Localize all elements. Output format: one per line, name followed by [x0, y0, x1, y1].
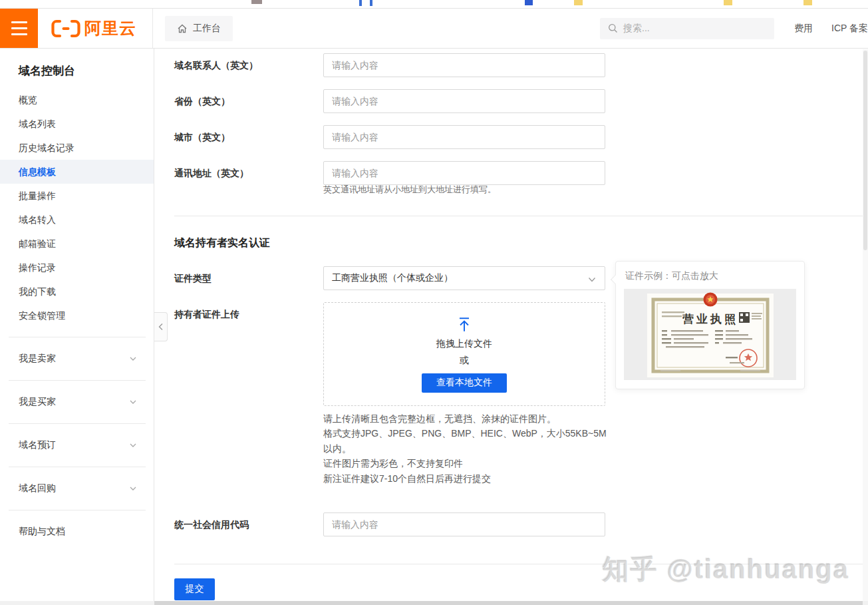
upload-notes: 请上传清晰且包含完整边框，无遮挡、涂抹的证件图片。 格式支持JPG、JPEG、P…	[323, 411, 609, 486]
chevron-left-icon	[158, 323, 164, 331]
upload-note-line: 证件图片需为彩色，不支持复印件	[323, 456, 609, 471]
sidebar-item-info-template[interactable]: 信息模板	[0, 160, 154, 184]
sidebar-item-my-downloads[interactable]: 我的下载	[0, 280, 154, 303]
sidebar-item-history[interactable]: 历史域名记录	[0, 136, 154, 160]
sidebar-group-label: 域名预订	[19, 439, 56, 451]
bookmark-favicon[interactable]	[251, 0, 262, 4]
content-area: 域名联系人（英文） 省份（英文） 城市（英文） 通讯地址（英文） 英文通讯地址请…	[154, 49, 868, 605]
sidebar-item-domain-list[interactable]: 域名列表	[0, 112, 154, 136]
submit-button[interactable]: 提交	[174, 578, 215, 600]
sidebar-group-domain-reserve[interactable]: 域名预订	[0, 433, 154, 457]
bookmark-favicon[interactable]	[525, 0, 533, 5]
billing-link[interactable]: 费用	[794, 23, 813, 35]
upload-or-text: 或	[460, 355, 469, 367]
search-input[interactable]: 搜索...	[600, 18, 774, 39]
console-header: 阿里云 工作台 搜索... 费用 ICP 备案	[0, 9, 868, 49]
chevron-down-icon	[587, 275, 597, 284]
field-label: 证件类型	[174, 266, 323, 290]
province-en-input[interactable]	[323, 89, 605, 113]
sidebar-group-seller[interactable]: 我是卖家	[0, 347, 154, 371]
sidebar-divider	[9, 380, 146, 381]
hamburger-menu-button[interactable]	[0, 9, 38, 49]
upload-note-line: 格式支持JPG、JPEG、PNG、BMP、HEIC、WebP，大小55KB~5M…	[323, 426, 609, 456]
sidebar-item-security-lock[interactable]: 安全锁管理	[0, 303, 154, 327]
bookmark-favicon[interactable]	[724, 0, 732, 5]
upload-note-line: 请上传清晰且包含完整边框，无遮挡、涂抹的证件图片。	[323, 411, 609, 426]
bookmark-favicon[interactable]	[574, 0, 583, 5]
workbench-label: 工作台	[193, 23, 221, 35]
sidebar-item-batch-ops[interactable]: 批量操作	[0, 184, 154, 208]
sidebar-group-label: 帮助与文档	[19, 526, 65, 538]
field-label: 省份（英文）	[174, 89, 323, 113]
upload-icon	[456, 316, 473, 333]
cert-example-popover: 证件示例：可点击放大 营业执照	[615, 261, 805, 389]
browse-local-files-button[interactable]: 查看本地文件	[422, 373, 507, 393]
contact-en-input[interactable]	[323, 53, 605, 77]
browser-bookmarks-strip	[0, 0, 868, 9]
form-row-contact-en: 域名联系人（英文）	[174, 53, 868, 77]
realname-section-title: 域名持有者实名认证	[174, 236, 868, 250]
chevron-down-icon	[128, 441, 138, 450]
form-row-city-en: 城市（英文）	[174, 125, 868, 149]
sidebar-divider	[9, 423, 146, 424]
field-label: 统一社会信用代码	[174, 512, 323, 536]
sidebar-divider	[9, 337, 146, 337]
cert-upload-dropzone[interactable]: 拖拽上传文件 或 查看本地文件	[323, 302, 605, 406]
address-help-text: 英文通讯地址请从小地址到大地址进行填写。	[323, 184, 868, 196]
cert-example-image[interactable]: 营业执照	[624, 289, 796, 380]
cert-example-title[interactable]: 证件示例：可点击放大	[616, 262, 804, 289]
sidebar-item-domain-transfer-in[interactable]: 域名转入	[0, 208, 154, 232]
license-title-text: 营业执照	[682, 313, 738, 325]
business-license-graphic: 营业执照	[647, 292, 774, 377]
section-divider	[174, 216, 863, 216]
field-label: 城市（英文）	[174, 125, 323, 149]
page: 阿里云 工作台 搜索... 费用 ICP 备案 域名控制台 概览	[0, 0, 868, 605]
search-icon	[608, 23, 618, 33]
sidebar-group-buyer[interactable]: 我是买家	[0, 390, 154, 414]
sidebar-group-label: 我是买家	[19, 396, 56, 408]
workbench-button[interactable]: 工作台	[165, 16, 233, 41]
credit-code-input[interactable]	[323, 512, 605, 536]
search-placeholder: 搜索...	[623, 23, 650, 35]
form-row-province-en: 省份（英文）	[174, 89, 868, 113]
icp-link[interactable]: ICP 备案	[831, 23, 868, 35]
aliyun-logo[interactable]: 阿里云	[38, 9, 153, 49]
sidebar-collapse-handle[interactable]	[154, 312, 168, 341]
form-row-address-en: 通讯地址（英文）	[174, 161, 868, 185]
vertical-scrollbar[interactable]	[863, 49, 868, 601]
sidebar-group-label: 域名回购	[19, 483, 56, 495]
sidebar-group-label: 我是卖家	[19, 353, 56, 365]
aliyun-logo-text: 阿里云	[84, 17, 136, 39]
chevron-down-icon	[128, 397, 138, 407]
upload-drag-text: 拖拽上传文件	[436, 338, 492, 350]
bookmark-favicon[interactable]	[359, 0, 362, 6]
field-label: 域名联系人（英文）	[174, 53, 323, 77]
cert-type-select[interactable]: 工商营业执照（个体或企业）	[323, 266, 605, 290]
form-row-credit-code: 统一社会信用代码	[174, 512, 868, 536]
bookmark-favicon[interactable]	[370, 0, 372, 6]
sidebar: 域名控制台 概览 域名列表 历史域名记录 信息模板 批量操作 域名转入 邮箱验证…	[0, 49, 154, 605]
sidebar-item-email-verify[interactable]: 邮箱验证	[0, 232, 154, 256]
upload-note-line: 新注证件建议7-10个自然日后再进行提交	[323, 471, 609, 486]
field-label: 持有者证件上传	[174, 302, 323, 326]
horizontal-scrollbar[interactable]	[0, 601, 868, 605]
home-icon	[177, 23, 188, 34]
vertical-scrollbar-thumb[interactable]	[863, 51, 867, 250]
sidebar-item-help-docs[interactable]: 帮助与文档	[0, 520, 154, 544]
aliyun-logo-icon	[51, 19, 80, 38]
city-en-input[interactable]	[323, 125, 605, 149]
sidebar-group-domain-buyback[interactable]: 域名回购	[0, 477, 154, 501]
sidebar-item-operation-log[interactable]: 操作记录	[0, 256, 154, 280]
chevron-down-icon	[128, 354, 138, 363]
address-en-input[interactable]	[323, 161, 605, 185]
sidebar-divider	[9, 467, 146, 467]
sidebar-divider	[9, 510, 146, 510]
sidebar-title: 域名控制台	[0, 63, 154, 88]
field-label: 通讯地址（英文）	[174, 161, 323, 185]
chevron-down-icon	[128, 484, 138, 493]
sidebar-item-overview[interactable]: 概览	[0, 88, 154, 112]
cert-type-value: 工商营业执照（个体或企业）	[332, 272, 453, 284]
bookmark-favicon[interactable]	[803, 0, 812, 5]
horizontal-scrollbar-thumb[interactable]	[154, 601, 863, 605]
